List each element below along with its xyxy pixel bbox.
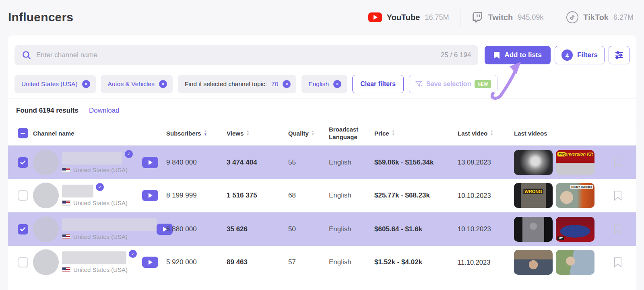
table-row[interactable]: ✓ United States (USA) 5 920 000 89 463 5… [8,246,636,279]
views-value: 3 474 404 [227,158,288,167]
bookmark-row-icon[interactable] [614,257,622,267]
bookmark-row-icon[interactable] [614,157,622,168]
col-quality[interactable]: Quality ▲▼ [288,130,329,137]
video-thumbnail[interactable]: WRONG [514,183,553,208]
chip-label: English [308,80,329,88]
sort-icon[interactable]: ▲▼ [392,130,395,136]
tab-youtube[interactable]: YouTube 16.75M [357,12,460,22]
video-thumbnail[interactable] [556,250,594,275]
search-input[interactable] [36,51,441,59]
filter-chip-language: English ✕ [301,75,347,93]
tab-youtube-label: YouTube [387,13,420,22]
col-views[interactable]: Views ▲▼ [227,130,288,137]
tiktok-icon [566,11,578,23]
us-flag-icon [62,167,70,173]
video-thumbnail[interactable] [514,150,553,175]
verified-badge-icon: ✓ [129,250,137,258]
channel-cell: ✓ United States (USA) [33,183,166,208]
bookmark-row-icon[interactable] [614,224,622,234]
bookmark-row-icon[interactable] [614,190,622,201]
twitch-icon [472,12,483,23]
youtube-play-button[interactable] [142,157,158,168]
results-row: Found 6194 results Download [8,99,636,121]
col-last-video[interactable]: Last video ▲▼ [458,130,514,137]
video-thumbnail[interactable] [514,217,553,242]
thumbnail-caption: MT [557,237,564,240]
last-videos-thumbnails: Conversion Kit [514,150,600,175]
tab-tiktok[interactable]: TikTok 6.27M [555,11,634,23]
last-video-date: 13.08.2023 [458,158,514,166]
row-checkbox[interactable] [18,190,28,201]
avatar [33,183,59,208]
last-video-date: 11.10.2023 [458,259,514,266]
filters-button[interactable]: 4 Filters [555,46,605,64]
add-to-lists-button[interactable]: Add to lists [485,46,551,64]
save-selection-label: Save selection [426,80,471,88]
video-thumbnail[interactable]: MT [556,217,594,242]
col-label: Views [227,130,244,137]
col-price[interactable]: Price ▲▼ [374,130,458,137]
channel-cell: ✓ United States (USA) [33,150,166,175]
toolbar: 25 / 6 194 Add to lists 4 Filters [8,35,636,65]
chip-label: Find if selected channel topic: [185,80,267,88]
quality-value: 68 [288,191,329,200]
filter-settings-button[interactable] [609,46,630,64]
verified-badge-icon: ✓ [96,183,104,191]
video-thumbnail[interactable]: Conversion Kit [556,150,594,175]
chip-label: United States (USA) [21,80,78,88]
table-row[interactable]: ✓ United States (USA) 9 840 000 3 474 40… [8,146,636,179]
youtube-play-button[interactable] [142,190,158,201]
video-thumbnail[interactable] [514,250,553,275]
price-value: $25.77k - $68.23k [374,191,458,200]
col-label: Subscribers [166,130,201,137]
sliders-icon [614,50,624,60]
filter-chips-row: United States (USA) ✕ Autos & Vehicles ✕… [14,75,630,93]
table-row[interactable]: United States (USA) 6 880 000 35 626 50 … [8,212,636,246]
row-checkbox[interactable] [18,257,28,267]
row-checkbox[interactable] [18,157,28,168]
us-flag-icon [62,234,70,239]
tab-twitch[interactable]: Twitch 945.09k [460,12,555,23]
price-value: $59.06k - $156.34k [374,158,458,167]
youtube-play-button[interactable] [142,257,158,268]
filter-chip-country: United States (USA) ✕ [14,75,96,93]
platform-tabs: YouTube 16.75M Twitch 945.09k TikTok 6.2… [357,9,634,26]
page-title: Influencers [8,10,73,24]
channel-country: United States (USA) [73,233,128,240]
subscribers-value: 6 880 000 [166,225,227,233]
select-all-checkbox[interactable] [18,128,28,138]
views-value: 35 626 [227,225,288,233]
video-thumbnail[interactable]: Holden Huricane [556,183,594,208]
sort-icon[interactable]: ▲▼ [204,130,207,136]
price-value: $605.64 - $1.6k [374,225,458,233]
avatar [33,150,59,175]
col-subscribers[interactable]: Subscribers ▲▼ [166,130,227,137]
table-row[interactable]: ✓ United States (USA) 8 199 999 1 516 37… [8,179,636,212]
row-checkbox[interactable] [18,224,28,234]
sort-icon[interactable]: ▲▼ [246,130,250,136]
language-value: English [329,158,374,167]
sort-icon[interactable]: ▲▼ [490,130,493,136]
col-label: Language [329,134,357,140]
remove-filter-icon[interactable]: ✕ [283,80,291,88]
remove-filter-icon[interactable]: ✕ [82,80,90,88]
remove-filter-icon[interactable]: ✕ [333,80,341,88]
channel-cell: United States (USA) [33,216,166,242]
main-card: 25 / 6 194 Add to lists 4 Filters United… [8,35,636,290]
last-video-date: 10.10.2023 [458,192,514,200]
col-broadcast-language: Broadcast Language [329,125,374,141]
sort-icon[interactable]: ▲▼ [311,130,315,136]
clear-filters-button[interactable]: Clear filters [352,75,404,93]
filter-chip-topic: Find if selected channel topic: 70 ✕ [178,75,296,93]
chip-value: 70 [271,80,278,88]
language-value: English [329,258,374,266]
remove-filter-icon[interactable]: ✕ [159,80,167,88]
quality-value: 55 [288,158,329,167]
last-videos-thumbnails: WRONG Holden Huricane [514,183,600,208]
views-value: 89 463 [227,258,288,266]
add-to-lists-label: Add to lists [504,51,542,59]
verified-badge-icon: ✓ [125,150,133,158]
save-selection-button[interactable]: Save selection NEW [409,75,497,93]
filters-label: Filters [577,51,598,59]
download-link[interactable]: Download [89,107,120,115]
